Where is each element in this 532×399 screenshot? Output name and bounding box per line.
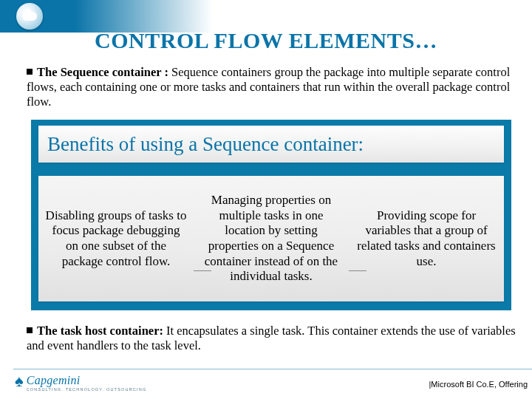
bullet-sequence-container: The Sequence container : Sequence contai… [27, 65, 517, 109]
benefit-column-3: Providing scope for variables that a gro… [349, 176, 504, 301]
benefits-heading-box: Benefits of using a Sequence container: [38, 126, 504, 163]
cloud-logo-icon [16, 3, 43, 30]
bullet-square-icon [27, 69, 33, 75]
bullet-task-host-container: The task host container: It encapsulates… [27, 324, 522, 353]
footer-right-text: |Microsoft BI Co.E, Offering [429, 380, 528, 389]
footer-brand: ♠ Capgemini CONSULTING. TECHNOLOGY. OUTS… [15, 375, 146, 392]
footer-divider [13, 369, 532, 369]
benefits-heading: Benefits of using a Sequence container: [47, 133, 364, 156]
benefits-columns: Disabling groups of tasks to focus packa… [38, 176, 504, 301]
brand-name: Capgemini [27, 375, 147, 386]
bullet-square-icon [27, 327, 33, 333]
slide-title: CONTROL FLOW ELEMENTS… [0, 28, 532, 53]
spade-icon: ♠ [15, 373, 24, 389]
brand-tagline: CONSULTING. TECHNOLOGY. OUTSOURCING [27, 388, 147, 392]
benefit-column-2: Managing properties on multiple tasks in… [194, 176, 349, 301]
benefit-column-1: Disabling groups of tasks to focus packa… [38, 176, 194, 301]
benefits-panel: Benefits of using a Sequence container: … [31, 120, 511, 310]
